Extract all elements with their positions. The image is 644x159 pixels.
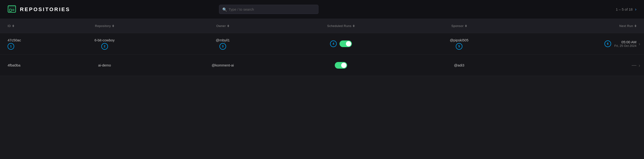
cell-next-run: 6 05:00 AM Fri, 25 Oct 2024 [518, 40, 636, 48]
scheduled-runs-toggle[interactable] [335, 62, 347, 68]
scheduled-runs-toggle[interactable] [340, 40, 352, 47]
cell-scheduled-runs: 4 [282, 40, 400, 47]
pagination-next-arrow[interactable]: › [635, 7, 636, 12]
sort-icon-scheduled-runs [353, 24, 355, 27]
sponsor-value: @pipski505 [450, 38, 468, 42]
next-run-info: 05:00 AM Fri, 25 Oct 2024 [614, 40, 636, 48]
app-title: REPOSITORIES [20, 6, 70, 12]
table-header: ID Repository Owner Scheduled Runs Spons… [0, 19, 644, 33]
table-row: 4fba0ba ai-demo @komment-ai @adi3 — › [0, 55, 644, 76]
cell-repository: 6-bit-cowboy 2 [46, 38, 164, 50]
scheduled-runs-toggle-wrap: 4 [330, 40, 352, 47]
cell-sponsor: @adi3 [400, 63, 518, 67]
cell-next-run: — [518, 62, 636, 68]
sort-icon-sponsor [465, 24, 467, 27]
repository-value: ai-demo [98, 63, 111, 67]
col-header-next-run[interactable]: Next Run [518, 24, 636, 28]
next-run-time: 05:00 AM [614, 40, 636, 44]
cell-sponsor: @pipski505 5 [400, 38, 518, 50]
app-logo-icon [8, 5, 16, 14]
col-header-id[interactable]: ID [8, 24, 46, 28]
id-value: 4fba0ba [8, 63, 20, 67]
repository-value: 6-bit-cowboy [94, 38, 114, 42]
row-expand-arrow[interactable]: › [638, 41, 640, 46]
col-header-scheduled-runs[interactable]: Scheduled Runs [282, 24, 400, 28]
badge-sponsor: 5 [456, 43, 462, 50]
sponsor-value: @adi3 [454, 63, 464, 67]
search-bar: 🔍 [219, 5, 318, 14]
svg-rect-2 [10, 9, 11, 11]
sort-icon-next-run [634, 24, 636, 27]
cell-repository: ai-demo [46, 63, 164, 67]
owner-value: @mbyil1 [216, 38, 230, 42]
badge-id: 1 [8, 43, 14, 50]
next-run-date: Fri, 25 Oct 2024 [614, 44, 636, 48]
sort-icon-id [12, 24, 14, 27]
row-expand-arrow[interactable]: › [638, 62, 640, 68]
app-header: REPOSITORIES 🔍 1 – 5 of 18 › [0, 0, 644, 19]
badge-repo: 2 [101, 43, 108, 50]
cell-scheduled-runs [282, 62, 400, 68]
no-next-run-dash: — [632, 62, 636, 68]
id-value: 47c50ac [8, 38, 21, 42]
scheduled-runs-count-badge: 4 [330, 40, 337, 47]
owner-value: @komment-ai [212, 63, 234, 67]
col-header-repository[interactable]: Repository [46, 24, 164, 28]
cell-id: 4fba0ba [8, 63, 46, 67]
badge-owner: 3 [220, 43, 226, 50]
search-icon: 🔍 [222, 7, 227, 12]
cell-id: 47c50ac 1 [8, 33, 46, 54]
table-row: 47c50ac 1 6-bit-cowboy 2 @mbyil1 3 4 @pi… [0, 33, 644, 55]
cell-owner: @komment-ai [164, 63, 282, 67]
col-header-owner[interactable]: Owner [164, 24, 282, 28]
cell-owner: @mbyil1 3 [164, 38, 282, 50]
pagination-info: 1 – 5 of 18 › [616, 7, 636, 12]
col-header-sponsor[interactable]: Sponsor [400, 24, 518, 28]
sort-icon-repository [112, 24, 114, 27]
svg-rect-1 [8, 6, 16, 8]
search-input[interactable] [219, 5, 318, 14]
pagination-text: 1 – 5 of 18 [616, 7, 633, 11]
badge-next-run: 6 [604, 40, 611, 47]
sort-icon-owner [227, 24, 229, 27]
